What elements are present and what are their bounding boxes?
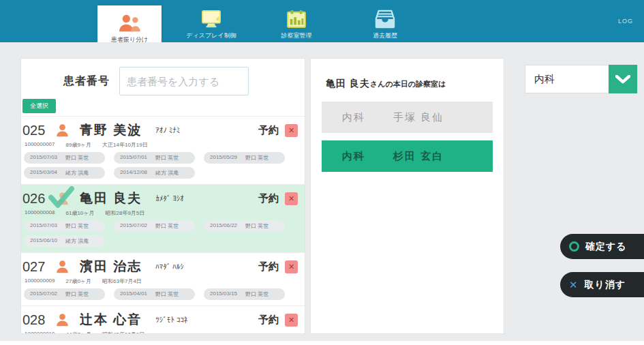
main-area: 患者番号 全選択 025 青野 美波 ｱｵﾉ ﾐﾅﾐ 予約 ✕ 10000000… [0,42,644,341]
patient-age: 89歳9ヶ月 [66,141,92,149]
tab-patient-sorting[interactable]: 患者振り分け [97,5,162,46]
patient-id: 1000000009 [25,278,55,285]
visit-history-pill: 2015/07/01野口 英世 [114,152,195,164]
select-all-button[interactable]: 全選択 [22,99,56,113]
visit-date: 2015/03/15 [210,290,237,298]
person-icon [54,190,72,207]
visit-doctor: 野口 英世 [245,222,269,230]
visit-doctor: 野口 英世 [155,154,179,162]
patient-birthdate: 昭和63年7月4日 [102,278,142,285]
patient-kana: ﾂｼﾞﾓﾄ ｺｺﾈ [155,316,187,324]
tab-exam-room-management[interactable]: 診察室管理 [259,4,334,42]
patient-number: 027 [22,259,54,275]
patient-kana: ｶﾒﾀﾞ ﾖｼｵ [155,194,184,202]
visit-history-pill: 2015/04/01野口 英世 [114,288,195,300]
patient-name: 青野 美波 [80,121,142,139]
chevron-down-icon [609,65,637,93]
visit-date: 2015/07/02 [30,290,57,298]
visit-history-pill: 2015/07/03野口 英世 [24,220,105,232]
patient-number-input[interactable] [119,67,249,95]
visit-doctor: 緒方 洪庵 [65,169,89,177]
reserve-label: 予約 [258,260,279,273]
visit-doctor: 野口 英世 [65,222,89,230]
tab-past-history[interactable]: 過去履歴 [348,4,423,42]
visit-doctor: 野口 英世 [155,222,179,230]
tab-label: 過去履歴 [373,31,397,40]
patient-kana: ﾊﾏﾀﾞ ﾊﾙｼ [155,262,184,271]
exam-room-options: 内科 手塚 良仙 内科 杉田 玄白 [322,102,493,172]
patient-panel: 患者番号 全選択 025 青野 美波 ｱｵﾉ ﾐﾅﾐ 予約 ✕ 10000000… [20,58,305,334]
visit-date: 2015/06/22 [210,222,237,230]
visit-date: 2015/04/01 [120,290,147,298]
reserve-label: 予約 [258,192,279,205]
exam-room-title-suffix: さんの本日の診察室は [370,80,446,88]
log-link[interactable]: LOG [618,18,633,25]
visit-date: 2015/07/03 [30,154,57,162]
patient-birthdate: 大正14年10月19日 [102,141,148,149]
cancel-button[interactable]: ✕ 取り消す [560,272,644,297]
patient-age: 44歳7ヶ月 [66,331,92,334]
calendar-icon [285,8,308,30]
patient-birthdate: 昭和45年12月9日 [102,331,144,334]
visit-date: 2015/07/01 [120,154,147,162]
exam-room-panel: 亀田 良夫さんの本日の診察室は 内科 手塚 良仙 内科 杉田 玄白 [310,58,504,334]
visit-date: 2015/07/02 [120,222,147,230]
patient-kana: ｱｵﾉ ﾐﾅﾐ [155,126,180,134]
visit-doctor: 緒方 洪庵 [155,169,179,177]
patient-name: 亀田 良夫 [80,190,142,207]
room-department: 内科 [342,111,393,124]
exam-room-option-selected[interactable]: 内科 杉田 玄白 [322,140,493,172]
patient-age: 27歳0ヶ月 [66,278,92,285]
remove-reservation-button[interactable]: ✕ [285,314,298,327]
visit-history-pill: 2015/05/29野口 英世 [204,152,285,164]
tab-display-control[interactable]: ディスプレイ制御 [174,4,249,42]
exam-room-title: 亀田 良夫さんの本日の診察室は [311,59,504,90]
visit-history-pill: 2015/07/02野口 英世 [24,288,105,300]
patient-name: 濱田 治志 [80,258,142,275]
header-bar: 患者振り分け ディスプレイ制御 診察室管理 [0,0,644,42]
visit-doctor: 野口 英世 [245,154,269,162]
patient-name: 辻本 心音 [80,311,142,329]
cancel-x-icon: ✕ [569,279,579,291]
patient-id: 1000000008 [25,209,55,217]
visit-history-pill: 2015/06/22野口 英世 [204,220,285,232]
visit-history-pill: 2014/12/08緒方 洪庵 [114,167,195,179]
room-doctor: 杉田 玄白 [393,150,444,163]
patient-age: 61歳10ヶ月 [66,209,95,217]
visit-doctor: 野口 英世 [65,290,89,298]
patient-birthdate: 昭和28年9月5日 [105,209,144,217]
visit-history-pill: 2015/03/15野口 英世 [204,288,285,300]
patient-number: 025 [22,123,54,138]
remove-reservation-button[interactable]: ✕ [285,192,298,205]
confirm-button[interactable]: 確定する [560,234,644,259]
visit-doctor: 緒方 洪庵 [65,237,89,245]
room-department: 内科 [342,150,393,163]
visit-date: 2015/03/04 [30,169,57,177]
department-select[interactable]: 内科 [525,65,638,93]
room-doctor: 手塚 良仙 [393,111,444,124]
patients-icon [118,12,141,34]
visit-history: 2015/07/03野口 英世 2015/07/01野口 英世 2015/05/… [22,152,301,180]
visit-date: 2015/05/29 [210,154,237,162]
confirm-button-label: 確定する [585,241,627,253]
patient-id: 1000000010 [25,331,55,334]
exam-room-option[interactable]: 内科 手塚 良仙 [322,102,493,133]
remove-reservation-button[interactable]: ✕ [285,124,298,137]
remove-reservation-button[interactable]: ✕ [285,260,298,273]
visit-date: 2015/07/03 [30,222,57,230]
tab-label: ディスプレイ制御 [186,31,236,40]
person-icon [54,312,72,328]
confirm-circle-icon [569,241,579,252]
tab-label: 診察室管理 [281,31,312,40]
visit-history-pill: 2015/03/04緒方 洪庵 [24,167,105,179]
visit-history-pill: 2015/07/02野口 英世 [114,220,195,232]
visit-history: 2015/07/03野口 英世 2015/07/02野口 英世 2015/06/… [22,220,301,248]
patient-row[interactable]: 028 辻本 心音 ﾂｼﾞﾓﾄ ｺｺﾈ 予約 ✕ 1000000010 44歳7… [21,305,305,334]
patient-number-search: 患者番号 [21,59,305,98]
selected-check-icon [48,186,74,209]
patient-row[interactable]: 026 亀田 良夫 ｶﾒﾀﾞ ﾖｼｵ 予約 ✕ 1000000008 61歳10… [21,184,305,252]
patient-row[interactable]: 025 青野 美波 ｱｵﾉ ﾐﾅﾐ 予約 ✕ 1000000007 89歳9ヶ月… [21,116,305,184]
display-icon [200,8,223,30]
visit-history: 2015/07/02野口 英世 2015/04/01野口 英世 2015/03/… [22,288,301,301]
patient-row[interactable]: 027 濱田 治志 ﾊﾏﾀﾞ ﾊﾙｼ 予約 ✕ 1000000009 27歳0ヶ… [21,252,305,305]
